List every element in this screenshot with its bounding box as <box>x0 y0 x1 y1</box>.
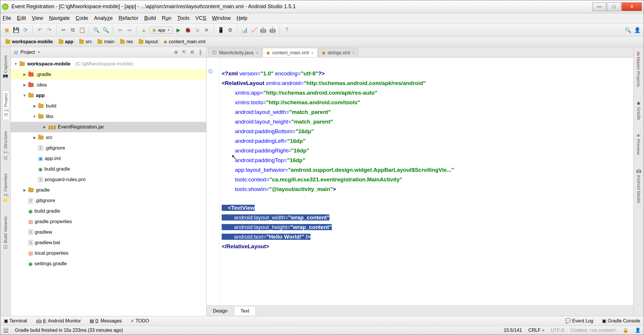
inspector-icon[interactable]: 👤 <box>635 327 641 333</box>
attach-icon[interactable]: ⇲ <box>194 27 201 34</box>
tree-gradlewbat[interactable]: gradlew.bat <box>11 237 206 248</box>
tab-captures[interactable]: 📷 Captures <box>2 53 9 82</box>
menu-code[interactable]: Code <box>76 15 88 21</box>
tree-gitignore[interactable]: .gitignore <box>11 143 206 153</box>
tab-project[interactable]: 🗂 1: Project <box>2 91 9 120</box>
messages-button[interactable]: ▤ 0: Messages <box>90 318 122 324</box>
sync-icon[interactable]: ⟳ <box>22 27 29 34</box>
tab-variants[interactable]: ◫ Build Variants <box>2 214 9 252</box>
bc-file[interactable]: ◆content_main.xml <box>161 38 209 45</box>
back-icon[interactable]: ⇦ <box>117 27 124 34</box>
find-icon[interactable]: 🔍 <box>93 27 100 34</box>
bc-workspace[interactable]: workspace-mobile <box>3 38 56 45</box>
context[interactable]: Context: <no context> <box>570 328 616 333</box>
android-icon[interactable]: 🤖 <box>260 27 267 34</box>
menu-window[interactable]: Window <box>212 15 231 21</box>
tab-strings[interactable]: ◆strings.xml× <box>318 48 359 57</box>
make-icon[interactable]: ⇣ <box>140 27 147 34</box>
text-tab[interactable]: Text <box>234 307 256 315</box>
menu-view[interactable]: View <box>32 15 43 21</box>
avd-icon[interactable]: 📱 <box>217 27 224 34</box>
menu-build[interactable]: Build <box>144 15 156 21</box>
menu-navigate[interactable]: Navigate <box>49 15 70 21</box>
tree-libs[interactable]: ▼libs <box>11 111 206 122</box>
tree-gradleprops[interactable]: ▤gradle.properties <box>11 216 206 227</box>
menu-refactor[interactable]: Refactor <box>119 15 138 21</box>
tree-buildgradle2[interactable]: ◉build.gradle <box>11 206 206 216</box>
tree-build[interactable]: ▶build <box>11 101 206 111</box>
close-button[interactable]: ✕ <box>622 2 642 11</box>
minimize-button[interactable]: — <box>592 2 606 11</box>
user-icon[interactable]: 👤 <box>634 27 641 34</box>
menu-tools[interactable]: Tools <box>177 15 190 21</box>
menu-vcs[interactable]: VCS <box>195 15 206 21</box>
bc-res[interactable]: res <box>118 38 136 45</box>
bc-app[interactable]: app <box>56 38 77 45</box>
bc-src[interactable]: src <box>77 38 95 45</box>
statusbar-toggle-icon[interactable]: ◫ <box>3 328 8 333</box>
gradle-console-button[interactable]: ▣ Gradle Console <box>602 318 640 324</box>
tab-structure[interactable]: ☷ 7: Structure <box>2 129 9 163</box>
android2-icon[interactable]: 🤖 <box>269 27 276 34</box>
scroll-to-icon[interactable]: ⊕ <box>173 49 179 55</box>
line-separator[interactable]: CRLF ÷ <box>528 328 544 333</box>
tree-app[interactable]: ▼app <box>11 90 206 101</box>
menu-edit[interactable]: Edit <box>17 15 26 21</box>
tab-android-model[interactable]: 🤖 Android Model <box>636 166 642 205</box>
tree-localprops[interactable]: ▤local.properties <box>11 248 206 258</box>
tree-src[interactable]: ▶src <box>11 132 206 143</box>
debug-icon[interactable]: 🐞 <box>184 27 191 34</box>
design-tab[interactable]: Design <box>206 307 234 315</box>
event-log-button[interactable]: 💬 Event Log <box>565 318 593 324</box>
undo-icon[interactable]: ↶ <box>36 27 43 34</box>
search-icon[interactable]: 🔍 <box>624 27 631 34</box>
maximize-button[interactable]: □ <box>607 2 621 11</box>
tab-mainactivity[interactable]: ⒸMainActivity.java× <box>208 48 262 57</box>
ddms-icon[interactable]: 📊 <box>241 27 248 34</box>
todo-button[interactable]: ✓ TODO <box>131 318 149 324</box>
tree-buildgradle[interactable]: ◉build.gradle <box>11 164 206 174</box>
tree-gradlew[interactable]: gradlew <box>11 227 206 237</box>
collapse-icon[interactable]: ⇱ <box>181 49 187 55</box>
close-tab-icon[interactable]: × <box>352 51 355 55</box>
terminal-button[interactable]: ▣ Terminal <box>4 318 27 324</box>
bc-layout[interactable]: layout <box>136 38 161 45</box>
tab-contentmain[interactable]: ◆content_main.xml× <box>263 48 317 57</box>
project-tree[interactable]: ▼workspace-mobile (C:\gM\workspace-mobil… <box>11 58 206 316</box>
tree-proguard[interactable]: proguard-rules.pro <box>11 174 206 185</box>
tree-jar[interactable]: ▶▮▮▮EventRegistration.jar <box>11 122 206 132</box>
bc-main[interactable]: main <box>95 38 118 45</box>
close-tab-icon[interactable]: × <box>311 51 314 55</box>
menu-analyze[interactable]: Analyze <box>94 15 113 21</box>
hide-icon[interactable]: ╟ <box>197 49 203 55</box>
menu-file[interactable]: File <box>3 15 11 21</box>
forward-icon[interactable]: ⇨ <box>126 27 133 34</box>
tab-gradle[interactable]: ◉ Gradle <box>636 98 642 122</box>
redo-icon[interactable]: ↷ <box>46 27 53 34</box>
tree-gradle-root[interactable]: ▶gradle <box>11 185 206 195</box>
tab-preview[interactable]: 👁 Preview <box>636 131 642 157</box>
paste-icon[interactable]: 📋 <box>79 27 86 34</box>
copy-icon[interactable]: ⧉ <box>69 27 76 34</box>
menu-help[interactable]: Help <box>237 15 247 21</box>
monitor-icon[interactable]: 📈 <box>250 27 257 34</box>
open-icon[interactable]: ▣ <box>3 27 10 34</box>
lock-icon[interactable]: 🔒 <box>623 327 629 333</box>
stop-icon[interactable]: ■ <box>203 27 210 34</box>
cut-icon[interactable]: ✂ <box>60 27 67 34</box>
gear-icon[interactable]: ⚙ <box>189 49 195 55</box>
tree-gitignore2[interactable]: .gitignore <box>11 195 206 206</box>
tree-idea-dir[interactable]: ▶.idea <box>11 80 206 90</box>
sdk-icon[interactable]: ⚙ <box>227 27 234 34</box>
replace-icon[interactable]: 🔍 <box>102 27 109 34</box>
menu-run[interactable]: Run <box>162 15 171 21</box>
close-tab-icon[interactable]: × <box>256 51 258 55</box>
tree-gradle-dir[interactable]: ▶.gradle <box>11 69 206 80</box>
tree-root[interactable]: ▼workspace-mobile (C:\gM\workspace-mobil… <box>11 59 206 69</box>
save-icon[interactable]: 💾 <box>13 27 20 34</box>
help-icon[interactable]: ? <box>283 27 290 34</box>
code-editor[interactable]: <?xml version="1.0" encoding="utf-8"?> <… <box>219 58 633 306</box>
android-monitor-button[interactable]: 🤖 6: Android Monitor <box>36 318 81 324</box>
tree-settingsgradle[interactable]: ◉settings.gradle <box>11 258 206 269</box>
run-icon[interactable]: ▶ <box>175 27 182 34</box>
